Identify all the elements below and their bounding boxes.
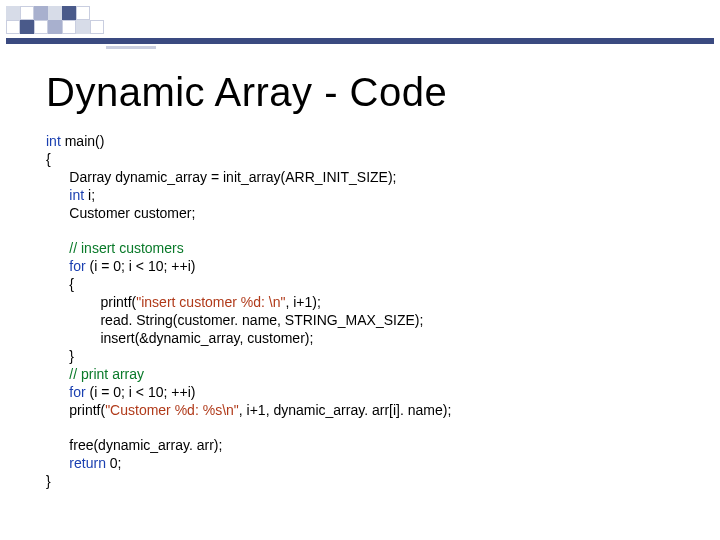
code-text: { [46,151,51,167]
code-string: "Customer %d: %s\n" [105,402,239,418]
code-text: insert(&dynamic_array, customer); [46,330,313,346]
code-keyword: int [69,187,84,203]
code-blank [46,223,50,239]
code-text: main() [61,133,105,149]
code-keyword: for [69,258,85,274]
code-text: read. String(customer. name, STRING_MAX_… [46,312,423,328]
code-block: int main() { Darray dynamic_array = init… [46,133,690,491]
code-comment: // insert customers [69,240,183,256]
code-comment: // print array [69,366,144,382]
code-text: Darray dynamic_array = init_array(ARR_IN… [46,169,397,185]
code-text: } [46,348,74,364]
code-text: free(dynamic_array. arr); [46,437,222,453]
code-string: "insert customer %d: \n" [136,294,285,310]
code-blank [46,420,50,436]
code-text: printf( [46,402,105,418]
slide-content: Dynamic Array - Code int main() { Darray… [46,70,690,491]
code-text: Customer customer; [46,205,195,221]
code-keyword: for [69,384,85,400]
code-keyword: return [69,455,106,471]
code-text: (i = 0; i < 10; ++i) [86,384,196,400]
code-text: } [46,473,51,489]
code-text: 0; [106,455,122,471]
slide-corner-decoration [6,6,266,60]
code-text: { [46,276,74,292]
code-text: printf( [46,294,136,310]
code-text: , i+1); [285,294,320,310]
code-text: i; [84,187,95,203]
code-keyword: int [46,133,61,149]
code-text: , i+1, dynamic_array. arr[i]. name); [239,402,452,418]
code-text: (i = 0; i < 10; ++i) [86,258,196,274]
slide-title: Dynamic Array - Code [46,70,690,115]
